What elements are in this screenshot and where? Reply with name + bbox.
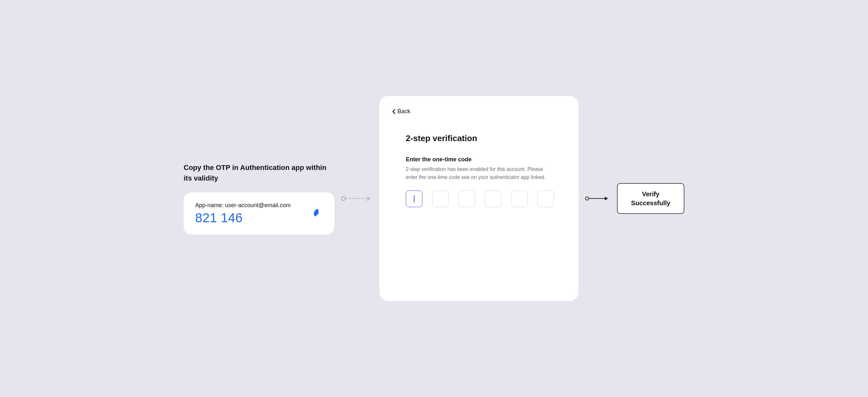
- svg-point-2: [586, 197, 589, 200]
- otp-entry-description: 2-step verification has been enabled for…: [406, 165, 552, 181]
- flow-arrow-solid: [585, 195, 611, 202]
- auth-app-section: Copy the OTP in Authentication app withi…: [184, 162, 335, 235]
- result-line-2: Successfully: [627, 199, 675, 207]
- otp-card-text: App-name: user-account@email.com 821 146: [195, 202, 290, 225]
- flow-arrow-dashed: [341, 195, 373, 202]
- otp-code-value: 821 146: [195, 211, 290, 225]
- result-line-1: Verify: [627, 190, 675, 199]
- result-badge: Verify Successfully: [617, 183, 684, 214]
- otp-account-label: App-name: user-account@email.com: [195, 202, 290, 209]
- verification-panel: Back 2-step verification Enter the one-t…: [379, 96, 579, 301]
- otp-digit-input[interactable]: [537, 191, 554, 207]
- back-button[interactable]: Back: [392, 107, 410, 115]
- otp-digit-input[interactable]: [511, 191, 528, 207]
- svg-point-0: [342, 197, 345, 200]
- otp-card: App-name: user-account@email.com 821 146: [184, 192, 335, 235]
- verification-title: 2-step verification: [406, 133, 552, 143]
- otp-digit-input[interactable]: [432, 191, 449, 207]
- otp-entry-subheading: Enter the one-time code: [406, 156, 552, 163]
- timer-icon: [314, 209, 323, 218]
- chevron-left-icon: [392, 109, 396, 114]
- instruction-text: Copy the OTP in Authentication app withi…: [184, 162, 335, 184]
- otp-input-group: [406, 191, 552, 207]
- otp-digit-input[interactable]: [458, 191, 475, 207]
- back-label: Back: [397, 108, 410, 115]
- otp-digit-input[interactable]: [485, 191, 501, 207]
- text-cursor: [414, 195, 414, 202]
